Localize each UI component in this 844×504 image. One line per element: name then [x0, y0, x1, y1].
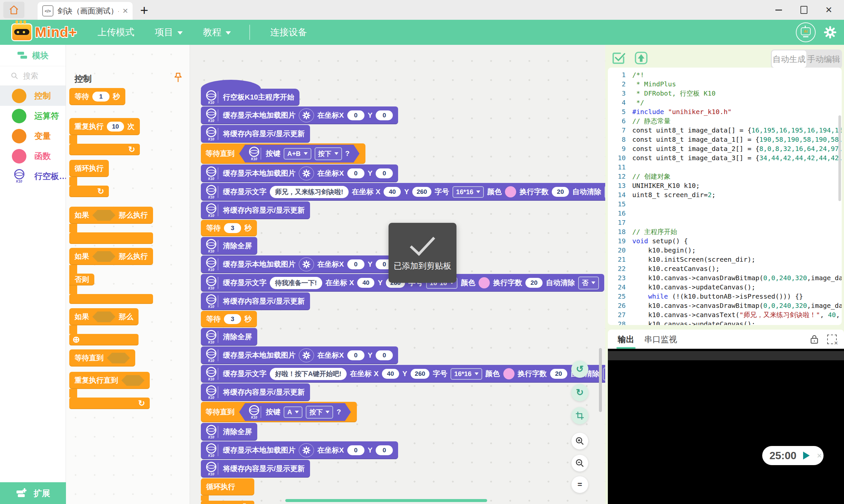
canvas-horizontal-scrollbar[interactable] [285, 499, 487, 502]
line-number[interactable]: 24 [608, 283, 632, 291]
value-input[interactable]: 0 [376, 350, 393, 360]
palette-block[interactable]: 如果那么执行 [69, 207, 153, 244]
statement-block[interactable]: K10将缓存内容显示/显示更新 [201, 460, 310, 478]
line-number[interactable]: 5 [608, 108, 632, 116]
tab-close-icon[interactable]: × [123, 6, 128, 16]
code-scrollbar[interactable] [838, 115, 841, 201]
line-number[interactable]: 23 [608, 274, 632, 282]
line-number[interactable]: 16 [608, 209, 632, 217]
menu-item-教程[interactable]: 教程 [203, 26, 231, 39]
line-number[interactable]: 3 [608, 89, 632, 97]
gear-icon[interactable] [299, 443, 314, 457]
play-icon[interactable] [803, 452, 810, 460]
button-pressed-condition[interactable]: K10按键A按下? [239, 403, 351, 421]
color-swatch[interactable] [478, 277, 490, 288]
tab-serial-monitor[interactable]: 串口监视 [644, 330, 677, 349]
auto-generate-tab[interactable]: 自动生成 [772, 50, 806, 68]
value-input[interactable]: 260 [412, 187, 432, 197]
boolean-slot[interactable] [121, 375, 144, 386]
line-number[interactable]: 4 [608, 98, 632, 106]
line-number[interactable]: 10 [608, 154, 632, 162]
value-input[interactable]: 20 [550, 369, 567, 379]
value-input[interactable]: 40 [357, 278, 374, 288]
line-number[interactable]: 13 [608, 182, 632, 190]
lock-icon[interactable] [809, 334, 819, 344]
dropdown[interactable]: 按下 [315, 147, 342, 160]
statement-block[interactable]: K10缓存显示本地加载图片在坐标X0Y0 [201, 106, 398, 124]
line-number[interactable]: 22 [608, 265, 632, 273]
line-number[interactable]: 19 [608, 237, 632, 245]
value-input[interactable]: 3 [224, 223, 241, 233]
line-number[interactable]: 20 [608, 246, 632, 254]
line-number[interactable]: 11 [608, 163, 632, 171]
hat-block-main-program[interactable]: K10行空板K10主程序开始 [201, 89, 299, 106]
value-input[interactable]: 0 [376, 168, 393, 178]
boolean-slot[interactable] [92, 251, 116, 262]
statement-block[interactable]: K10缓存显示文字好啦！按下A键开始吧!在坐标 X40Y260字号16*16颜色… [201, 365, 605, 383]
gear-icon[interactable] [299, 257, 314, 271]
line-number[interactable]: 1 [608, 71, 632, 79]
line-number[interactable]: 26 [608, 302, 632, 309]
screenshot-button[interactable] [571, 407, 588, 424]
text-input[interactable]: 师兄，又来练习剑诀啦! [270, 186, 349, 198]
value-input[interactable]: 260 [411, 369, 430, 379]
settings-gear-icon[interactable] [823, 25, 838, 39]
dropdown[interactable]: 否 [603, 367, 605, 380]
palette-block[interactable]: 重复执行直到↻ [69, 372, 150, 409]
wait-until-block[interactable]: 等待直到K10按键A按下? [201, 402, 357, 422]
new-tab-button[interactable]: + [140, 3, 148, 18]
line-number[interactable]: 2 [608, 80, 632, 88]
statement-block[interactable]: K10清除全屏 [201, 237, 257, 255]
value-input[interactable]: 0 [347, 259, 365, 269]
line-number[interactable]: 21 [608, 255, 632, 263]
canvas-vertical-scrollbar[interactable] [599, 348, 602, 412]
line-number[interactable]: 18 [608, 228, 632, 236]
color-swatch[interactable] [505, 186, 516, 197]
palette-block[interactable]: 等待1秒 [69, 88, 125, 105]
sidebar-item-变量[interactable]: 变量 [0, 126, 66, 146]
output-terminal[interactable]: 25:00 × [608, 349, 844, 504]
boolean-slot[interactable] [107, 353, 130, 364]
dropdown[interactable]: A [284, 407, 302, 418]
home-button[interactable] [3, 2, 24, 18]
statement-block[interactable]: K10缓存显示文字师兄，又来练习剑诀啦!在坐标 X40Y260字号16*16颜色… [201, 183, 605, 201]
add-condition-icon[interactable]: ⊕ [73, 335, 80, 344]
forever-loop-block[interactable]: 循环执行↻ [201, 478, 254, 504]
color-swatch[interactable] [503, 368, 514, 379]
gear-icon[interactable] [299, 348, 314, 362]
sidebar-item-函数[interactable]: 函数 [0, 146, 66, 166]
boolean-slot[interactable] [92, 311, 116, 322]
statement-block[interactable]: K10将缓存内容显示/显示更新 [201, 125, 310, 143]
boolean-slot[interactable] [92, 210, 116, 221]
value-input[interactable]: 0 [347, 350, 365, 360]
line-number[interactable]: 28 [608, 320, 632, 325]
value-input[interactable]: 40 [382, 369, 399, 379]
dropdown[interactable]: 否 [578, 276, 599, 289]
gear-icon[interactable] [299, 108, 314, 122]
value-input[interactable]: 20 [525, 278, 543, 288]
value-input[interactable]: 20 [552, 187, 569, 197]
redo-button[interactable]: ↻ [571, 384, 588, 401]
undo-button[interactable]: ↺ [571, 361, 588, 378]
tab-output[interactable]: 输出 [618, 330, 634, 349]
statement-block[interactable]: K10将缓存内容显示/显示更新 [201, 201, 310, 219]
close-button[interactable]: ✕ [816, 0, 841, 20]
line-number[interactable]: 17 [608, 218, 632, 227]
extensions-button[interactable]: 扩展 [0, 482, 66, 504]
value-input[interactable]: 1 [92, 92, 109, 102]
sidebar-item-运算符[interactable]: 运算符 [0, 106, 66, 126]
palette-block[interactable]: 如果那么⊕ [69, 308, 139, 345]
palette-block[interactable]: 等待直到 [69, 349, 135, 366]
project-tab[interactable]: </> 剑诀（画面测试）- ··· × [38, 2, 133, 20]
line-number[interactable]: 12 [608, 173, 632, 180]
value-input[interactable]: 0 [376, 110, 393, 120]
search-input[interactable]: 搜索 [0, 66, 66, 86]
palette-block[interactable]: 循环执行↻ [69, 160, 109, 197]
statement-block[interactable]: K10缓存显示本地加载图片在坐标X0Y0 [201, 346, 398, 364]
pin-icon[interactable] [174, 73, 183, 84]
ai-assistant-button[interactable]: AI [796, 22, 816, 42]
dropdown[interactable]: 16*16 [453, 186, 484, 198]
line-number[interactable]: 9 [608, 145, 632, 152]
value-input[interactable]: 0 [347, 110, 365, 120]
statement-block[interactable]: K10缓存显示本地加载图片在坐标X0Y0 [201, 442, 398, 459]
